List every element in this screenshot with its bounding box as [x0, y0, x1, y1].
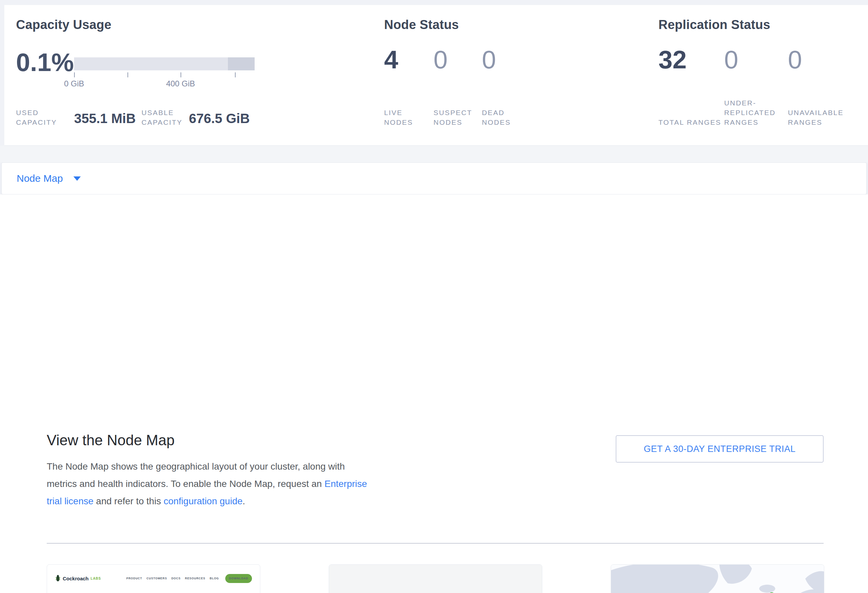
description-line: and refer to this — [93, 496, 164, 506]
step-2-card: > SET CLUSTER SETTING CLUSTER.ORGANIZATI… — [329, 564, 542, 593]
view-selector-label[interactable]: Node Map — [17, 173, 63, 184]
view-selector[interactable]: Node Map — [1, 162, 867, 194]
total-ranges-count: 32 — [658, 45, 724, 74]
usable-capacity-label: USABLE CAPACITY — [142, 108, 189, 127]
node-status-title: Node Status — [384, 18, 459, 32]
capacity-bar-dark-segment — [228, 57, 255, 71]
section-spacer — [0, 146, 868, 162]
live-nodes-count: 4 — [384, 45, 434, 74]
page-title: View the Node Map — [47, 432, 174, 449]
node-map-description: The Node Map shows the geographical layo… — [47, 458, 374, 510]
node-map-preview: 1 geo=sfo 2 Nodes 9% CAPACITY — [611, 565, 824, 593]
mini-nav: PRODUCT CUSTOMERS DOCS RESOURCES BLOG DO… — [126, 574, 252, 583]
description-line: The Node Map shows the geographical layo… — [47, 461, 345, 472]
usable-capacity-value: 676.5 GiB — [189, 111, 249, 126]
cluster-summary-panel: Capacity Usage 0.1% 0 GiB 400 GiB USED C… — [4, 5, 868, 146]
under-replicated-count: 0 — [724, 45, 788, 74]
axis-tick — [127, 72, 128, 77]
mini-nav-item: PRODUCT — [126, 577, 142, 580]
description-line: metrics and health indicators. To enable… — [47, 478, 324, 489]
section-divider — [47, 543, 824, 544]
cockroach-logo-icon — [55, 575, 61, 582]
suspect-nodes-count: 0 — [434, 45, 482, 74]
unavailable-count: 0 — [788, 45, 855, 74]
unavailable-label: UNAVAILABLE RANGES — [788, 108, 855, 127]
trial-registration-screenshot: Cockroach LABS PRODUCT CUSTOMERS DOCS RE… — [47, 565, 260, 593]
mini-download-button: DOWNLOAD — [225, 574, 252, 583]
description-line: . — [243, 496, 245, 506]
step-1-card: Cockroach LABS PRODUCT CUSTOMERS DOCS RE… — [47, 564, 260, 593]
under-replicated-label: UNDER-REPLICATED RANGES — [724, 98, 784, 127]
used-capacity-value: 355.1 MiB — [74, 111, 136, 126]
replication-status-title: Replication Status — [658, 18, 770, 32]
brand-name: Cockroach — [63, 576, 89, 581]
world-map-image — [611, 565, 824, 593]
enterprise-trial-button[interactable]: GET A 30-DAY ENTERPRISE TRIAL — [616, 435, 824, 463]
enterprise-trial-license-link[interactable]: Enterprise — [324, 478, 367, 489]
used-capacity-label: USED CAPACITY — [16, 108, 74, 127]
node-map-promo-section: View the Node Map The Node Map shows the… — [0, 194, 868, 593]
tick-label-400: 400 GiB — [166, 79, 195, 88]
chevron-down-icon — [74, 177, 81, 181]
mini-nav-item: CUSTOMERS — [146, 577, 167, 580]
enterprise-trial-license-link[interactable]: trial license — [47, 496, 93, 506]
mini-nav-item: BLOG — [210, 577, 219, 580]
live-nodes-label: LIVE NODES — [384, 108, 434, 127]
capacity-percent: 0.1% — [16, 48, 74, 77]
cockroach-labs-logo: Cockroach LABS — [55, 575, 101, 582]
step-3-card: 1 geo=sfo 2 Nodes 9% CAPACITY — [611, 564, 824, 593]
mini-nav-item: RESOURCES — [185, 577, 205, 580]
total-ranges-label: TOTAL RANGES — [658, 118, 724, 127]
capacity-usage-title: Capacity Usage — [16, 18, 111, 32]
tick-label-0: 0 GiB — [64, 79, 84, 88]
capacity-bar — [74, 57, 255, 71]
axis-tick — [180, 72, 181, 77]
axis-tick — [74, 72, 75, 77]
dead-nodes-label: DEAD NODES — [482, 108, 535, 127]
configuration-guide-link[interactable]: configuration guide — [164, 496, 243, 506]
sql-commands-panel: > SET CLUSTER SETTING CLUSTER.ORGANIZATI… — [329, 565, 542, 593]
dead-nodes-count: 0 — [482, 45, 535, 74]
axis-tick — [235, 72, 236, 77]
brand-suffix: LABS — [91, 577, 101, 580]
suspect-nodes-label: SUSPECT NODES — [434, 108, 482, 127]
mini-nav-item: DOCS — [171, 577, 180, 580]
